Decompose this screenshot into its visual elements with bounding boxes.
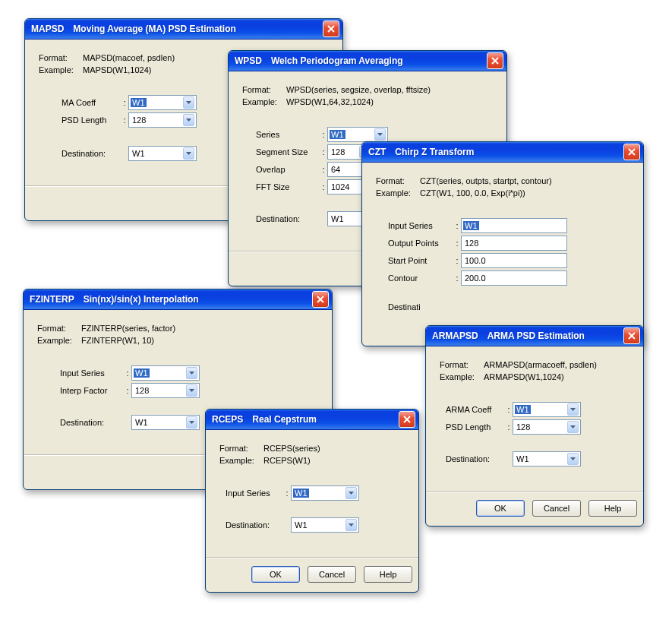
psd-length-label: PSD Length [62, 115, 121, 125]
close-icon[interactable] [623, 144, 640, 160]
example-label: Example: [39, 65, 83, 74]
chevron-down-icon[interactable] [186, 367, 197, 379]
dialog-czt: CZT Chirp Z Transform Format:CZT(series,… [361, 141, 644, 346]
example-value: ARMAPSD(W1,1024) [484, 372, 564, 381]
input-series-combo[interactable]: W1 [291, 485, 359, 501]
cancel-button[interactable]: Cancel [532, 500, 581, 517]
destination-combo[interactable]: W1 [128, 146, 197, 161]
format-label: Format: [242, 85, 286, 94]
chevron-down-icon[interactable] [186, 384, 197, 397]
title-code: WPSD [235, 55, 262, 66]
title-text: Sin(nx)/sin(x) Interpolation [84, 294, 199, 305]
help-button[interactable]: Help [588, 500, 637, 517]
contour-input[interactable]: 200.0 [461, 270, 567, 286]
interp-factor-label: Interp Factor [60, 386, 124, 395]
ma-coeff-combo[interactable]: W1 [128, 95, 197, 110]
input-series-label: Input Series [388, 221, 453, 230]
input-series-input[interactable]: W1 [461, 218, 567, 233]
title-code: ARMAPSD [432, 330, 478, 341]
titlebar[interactable]: ARMAPSD ARMA PSD Estimation [426, 326, 643, 346]
chevron-down-icon[interactable] [345, 487, 357, 499]
title-text: Chirp Z Transform [395, 147, 474, 157]
close-icon[interactable] [623, 327, 640, 344]
chevron-down-icon[interactable] [567, 421, 579, 433]
format-value: WPSD(series, segsize, overlap, fftsize) [286, 85, 431, 94]
title-text: Welch Periodogram Averaging [271, 55, 403, 66]
destination-combo[interactable]: W1 [131, 415, 200, 430]
help-button[interactable]: Help [364, 566, 412, 583]
title-code: RCEPS [212, 414, 243, 425]
segsize-label: Segment Size [256, 147, 320, 157]
format-value: CZT(series, outpts, startpt, contour) [420, 176, 552, 185]
titlebar[interactable]: FZINTERP Sin(nx)/sin(x) Interpolation [24, 289, 332, 310]
title-text: ARMA PSD Estimation [487, 330, 585, 341]
example-label: Example: [219, 456, 263, 465]
interp-factor-combo[interactable]: 128 [131, 383, 200, 398]
chevron-down-icon[interactable] [345, 519, 357, 531]
example-value: WPSD(W1,64,32,1024) [286, 97, 374, 106]
chevron-down-icon[interactable] [567, 453, 579, 465]
example-value: FZINTERP(W1, 10) [81, 336, 154, 345]
destination-label: Destination: [60, 418, 124, 427]
format-label: Format: [376, 176, 420, 185]
format-value: ARMAPSD(armacoeff, psdlen) [484, 360, 597, 369]
ok-button[interactable]: OK [251, 566, 300, 583]
cancel-button[interactable]: Cancel [308, 566, 356, 583]
chevron-down-icon[interactable] [186, 416, 197, 429]
example-label: Example: [376, 188, 420, 198]
dialog-rceps: RCEPS Real Cepstrum Format:RCEPS(series)… [205, 409, 419, 593]
start-point-input[interactable]: 100.0 [461, 253, 567, 268]
output-points-input[interactable]: 128 [461, 236, 567, 251]
psd-length-combo[interactable]: 128 [128, 112, 197, 128]
psd-length-value: 128 [132, 115, 146, 125]
title-text: Real Cepstrum [252, 414, 317, 425]
chevron-down-icon[interactable] [374, 128, 386, 141]
titlebar[interactable]: CZT Chirp Z Transform [362, 142, 643, 163]
format-label: Format: [219, 444, 263, 453]
input-series-label: Input Series [226, 489, 283, 498]
example-label: Example: [37, 336, 81, 345]
format-value: RCEPS(series) [263, 444, 320, 453]
chevron-down-icon[interactable] [183, 147, 194, 160]
example-label: Example: [440, 372, 484, 381]
input-series-label: Input Series [60, 368, 124, 378]
destination-label: Destinati [388, 302, 434, 312]
close-icon[interactable] [323, 21, 339, 37]
close-icon[interactable] [487, 52, 503, 69]
close-icon[interactable] [312, 291, 329, 308]
titlebar[interactable]: RCEPS Real Cepstrum [206, 410, 418, 430]
contour-label: Contour [388, 274, 453, 283]
arma-coeff-combo[interactable]: W1 [513, 402, 581, 417]
psd-length-combo[interactable]: 128 [513, 419, 581, 435]
ma-coeff-label: MA Coeff [62, 98, 121, 107]
input-series-combo[interactable]: W1 [131, 365, 200, 381]
destination-label: Destination: [446, 454, 505, 463]
output-points-label: Output Points [388, 239, 453, 248]
dialog-armapsd: ARMAPSD ARMA PSD Estimation Format:ARMAP… [425, 325, 644, 527]
series-combo[interactable]: W1 [327, 127, 388, 142]
example-value: RCEPS(W1) [263, 456, 311, 465]
example-value: MAPSD(W1,1024) [83, 65, 151, 74]
format-value: MAPSD(macoef, psdlen) [83, 53, 175, 62]
format-label: Format: [39, 53, 83, 62]
title-text: Moving Average (MA) PSD Estimation [73, 24, 235, 34]
ma-coeff-value: W1 [131, 98, 147, 107]
fftsize-label: FFT Size [256, 182, 320, 191]
arma-coeff-label: ARMA Coeff [446, 405, 505, 414]
titlebar[interactable]: WPSD Welch Periodogram Averaging [229, 51, 506, 71]
format-label: Format: [440, 360, 484, 369]
chevron-down-icon[interactable] [567, 403, 579, 416]
series-label: Series [256, 130, 320, 139]
destination-value: W1 [132, 149, 145, 158]
chevron-down-icon[interactable] [183, 114, 194, 126]
destination-label: Destination: [62, 149, 121, 158]
destination-combo[interactable]: W1 [513, 451, 581, 466]
chevron-down-icon[interactable] [183, 96, 194, 109]
destination-combo[interactable]: W1 [291, 517, 359, 533]
titlebar[interactable]: MAPSD Moving Average (MA) PSD Estimation [25, 19, 342, 40]
psd-length-label: PSD Length [446, 422, 505, 432]
ok-button[interactable]: OK [476, 500, 525, 517]
start-point-label: Start Point [388, 256, 453, 265]
close-icon[interactable] [399, 411, 415, 428]
overlap-label: Overlap [256, 165, 320, 174]
